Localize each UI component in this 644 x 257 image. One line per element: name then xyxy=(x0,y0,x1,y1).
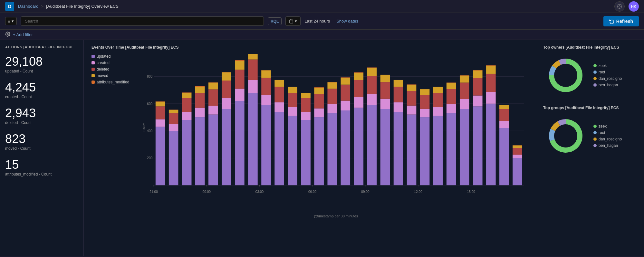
svg-rect-87 xyxy=(341,85,351,101)
svg-rect-20 xyxy=(169,131,178,185)
svg-rect-138 xyxy=(473,71,483,78)
search-input[interactable] xyxy=(21,16,264,26)
svg-rect-122 xyxy=(433,93,443,107)
donut-dot xyxy=(593,83,597,87)
svg-rect-130 xyxy=(460,109,469,185)
chart-title: Events Over Time [Auditbeat File Integri… xyxy=(91,45,530,50)
svg-rect-45 xyxy=(235,101,245,185)
svg-text:200: 200 xyxy=(147,156,152,160)
svg-rect-93 xyxy=(354,73,364,80)
legend-label: moved xyxy=(97,73,108,78)
svg-rect-125 xyxy=(447,113,456,185)
kql-badge: KQL xyxy=(268,17,282,25)
donut-legend-item: ben_hagan xyxy=(593,143,622,148)
svg-rect-103 xyxy=(380,75,390,82)
svg-rect-77 xyxy=(314,94,324,109)
svg-rect-17 xyxy=(156,106,165,119)
show-dates-button[interactable]: Show dates xyxy=(334,19,361,24)
svg-text:06:00: 06:00 xyxy=(308,190,317,194)
kql-chevron-icon: ▾ xyxy=(12,19,14,24)
svg-rect-38 xyxy=(208,82,218,89)
svg-rect-135 xyxy=(473,106,483,185)
svg-rect-22 xyxy=(169,113,178,124)
donut-legend-label: ben_hagan xyxy=(599,83,618,87)
svg-rect-121 xyxy=(433,107,443,116)
top-nav: D Dashboard > [Auditbeat File Integrity]… xyxy=(0,0,644,13)
svg-text:00:00: 00:00 xyxy=(203,190,211,194)
svg-rect-90 xyxy=(354,108,364,186)
svg-rect-88 xyxy=(341,78,351,85)
svg-rect-105 xyxy=(394,112,403,185)
svg-rect-43 xyxy=(222,72,231,81)
filter-settings-icon[interactable] xyxy=(5,32,10,38)
chart-legend: updated created deleted moved attributes… xyxy=(91,54,137,218)
filter-bar: + Add filter xyxy=(0,30,644,40)
svg-rect-109 xyxy=(394,80,403,80)
refresh-button[interactable]: Refresh xyxy=(603,16,639,26)
metric-block: 4,245 created - Count xyxy=(5,81,78,99)
svg-text:Count: Count xyxy=(142,123,146,131)
svg-rect-59 xyxy=(261,70,271,70)
donut-dot xyxy=(593,125,597,128)
svg-rect-106 xyxy=(394,102,403,112)
svg-rect-126 xyxy=(447,104,456,113)
legend-dot xyxy=(91,61,95,64)
svg-rect-16 xyxy=(156,119,165,127)
svg-rect-78 xyxy=(314,88,324,94)
svg-rect-27 xyxy=(182,98,192,112)
svg-rect-136 xyxy=(473,96,483,107)
svg-point-0 xyxy=(619,6,620,7)
bar-chart-svg: 20040060080021:0000:0003:0006:0009:0012:… xyxy=(142,54,530,212)
svg-rect-152 xyxy=(513,148,522,155)
donut-dot xyxy=(593,138,597,141)
legend-item: deleted xyxy=(91,67,137,71)
svg-rect-37 xyxy=(208,90,218,106)
add-filter-button[interactable]: + Add filter xyxy=(13,32,33,37)
svg-rect-46 xyxy=(235,89,245,101)
metric-number: 29,108 xyxy=(5,55,78,68)
kql-language-selector[interactable]: # ▾ xyxy=(5,17,17,25)
left-panel-title: Actions [Auditbeat File Integrity] ... xyxy=(5,45,78,49)
date-picker-button[interactable]: ▾ xyxy=(285,16,301,26)
owners-row: zeek root dan_roscigno ben_hagan xyxy=(543,53,639,98)
donut-legend-label: dan_roscigno xyxy=(599,76,622,81)
svg-text:09:00: 09:00 xyxy=(361,190,370,194)
svg-rect-99 xyxy=(367,68,377,68)
metric-number: 823 xyxy=(5,133,78,145)
donut-dot xyxy=(593,77,597,80)
svg-rect-61 xyxy=(274,102,284,112)
legend-dot xyxy=(91,74,95,77)
svg-rect-81 xyxy=(327,104,337,113)
legend-item: moved xyxy=(91,73,137,78)
groups-row: zeek root dan_roscigno ben_hagan xyxy=(543,113,639,158)
left-panel: Actions [Auditbeat File Integrity] ... 2… xyxy=(0,40,84,256)
metric-label: updated - Count xyxy=(5,69,78,73)
svg-rect-145 xyxy=(499,128,509,185)
settings-button[interactable] xyxy=(614,1,625,12)
svg-rect-128 xyxy=(447,83,456,89)
breadcrumb-home[interactable]: Dashboard xyxy=(18,4,39,9)
svg-rect-48 xyxy=(235,61,245,70)
svg-rect-71 xyxy=(301,112,311,120)
user-avatar[interactable]: HK xyxy=(629,1,639,12)
bar-chart: 20040060080021:0000:0003:0006:0009:0012:… xyxy=(142,54,530,218)
svg-text:12:00: 12:00 xyxy=(414,190,422,194)
legend-item: attributes_modified xyxy=(91,80,137,84)
calendar-icon xyxy=(289,19,293,24)
svg-text:21:00: 21:00 xyxy=(149,190,158,194)
svg-rect-85 xyxy=(341,110,351,185)
svg-rect-51 xyxy=(248,80,258,93)
x-axis-title: @timestamp per 30 minutes xyxy=(142,214,530,218)
svg-rect-64 xyxy=(274,80,284,80)
svg-rect-142 xyxy=(486,74,496,92)
svg-rect-42 xyxy=(222,81,231,98)
svg-rect-112 xyxy=(407,91,417,106)
svg-rect-29 xyxy=(182,92,192,93)
svg-rect-53 xyxy=(248,54,258,60)
owners-title: Top owners [Auditbeat File Integrity] EC… xyxy=(543,45,639,50)
donut-dot xyxy=(593,131,597,134)
donut-legend-label: root xyxy=(599,70,605,74)
svg-rect-118 xyxy=(420,89,430,95)
svg-text:600: 600 xyxy=(147,102,152,106)
groups-donut-chart xyxy=(543,113,588,158)
